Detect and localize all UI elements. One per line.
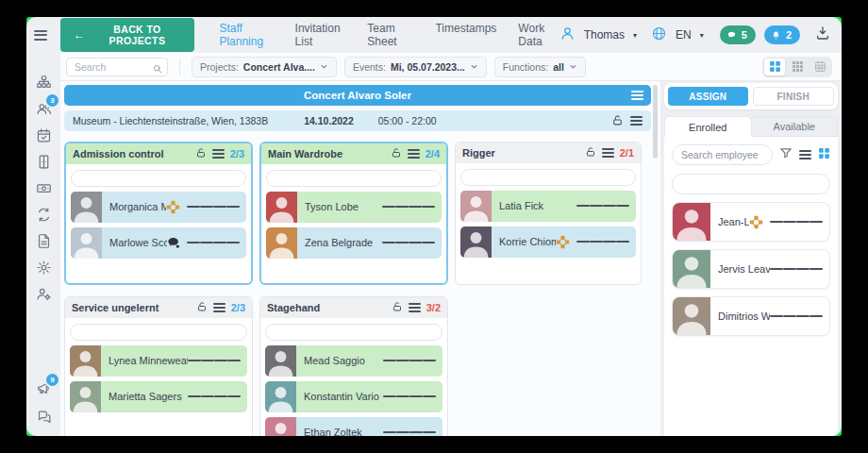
events-dropdown[interactable]: Events: Mi, 05.07.2023... <box>344 57 487 77</box>
user-caret-icon[interactable]: ▾ <box>633 31 637 40</box>
project-header-bar[interactable]: Concert Alvaro Soler <box>64 85 651 106</box>
user-name[interactable]: Thomas <box>584 28 625 42</box>
add-member-input[interactable] <box>70 324 247 341</box>
function-menu-icon[interactable] <box>602 146 614 159</box>
function-menu-icon[interactable] <box>408 147 420 160</box>
row-menu-icon[interactable] <box>188 359 241 363</box>
add-member-input[interactable] <box>266 170 442 187</box>
unlock-icon[interactable] <box>391 145 402 162</box>
download-icon[interactable] <box>815 25 830 44</box>
announcements-count-badge: 9 <box>46 374 58 386</box>
member-row[interactable]: Ethan Zoltek <box>265 417 442 437</box>
unlock-icon[interactable] <box>585 144 596 161</box>
sync-icon[interactable] <box>35 206 52 223</box>
employee-card[interactable]: Jean-Lou Brey <box>672 202 830 242</box>
back-to-projects-button[interactable]: ← BACK TO PROJECTS <box>60 18 194 52</box>
venue-icon[interactable] <box>35 153 52 170</box>
user-settings-icon[interactable] <box>35 285 52 302</box>
finish-button[interactable]: FINISH <box>753 87 835 106</box>
add-member-input[interactable] <box>71 170 246 187</box>
function-card-header[interactable]: Main Wardrobe 2/4 <box>261 143 446 164</box>
chats-icon[interactable] <box>35 408 52 425</box>
projects-dropdown[interactable]: Projects: Concert Alva.... <box>192 57 337 77</box>
messages-badge[interactable]: 5 <box>720 25 756 44</box>
event-menu-icon[interactable] <box>630 114 643 127</box>
member-row[interactable]: Zena Belgrade <box>266 227 442 259</box>
avatar <box>673 250 710 288</box>
function-card-header[interactable]: Admission control 2/3 <box>66 143 251 164</box>
language-value[interactable]: EN <box>676 28 692 42</box>
project-title: Concert Alvaro Soler <box>304 90 411 101</box>
grid-view-icon[interactable] <box>764 59 785 76</box>
avatar <box>266 192 297 223</box>
chevron-down-icon <box>569 62 577 71</box>
functions-dropdown[interactable]: Functions: all <box>494 57 586 77</box>
member-row[interactable]: Mead Saggio <box>265 345 442 377</box>
lock-icon[interactable] <box>611 114 624 128</box>
row-menu-icon[interactable] <box>187 205 240 210</box>
unlock-icon[interactable] <box>195 145 207 162</box>
member-row[interactable]: Morganica Mcclosky <box>71 192 246 223</box>
avatar <box>673 297 710 335</box>
settings-gear-icon[interactable] <box>35 259 52 276</box>
language-caret-icon[interactable]: ▾ <box>700 31 704 40</box>
employee-card[interactable]: Jervis Leaver <box>672 249 830 289</box>
add-member-input[interactable] <box>265 324 442 341</box>
filter-funnel-icon[interactable] <box>779 146 793 163</box>
function-card-header[interactable]: Stagehand 3/2 <box>260 297 447 318</box>
row-menu-icon[interactable] <box>770 220 823 225</box>
employee-search-input[interactable] <box>672 144 773 165</box>
list-view-icon[interactable] <box>799 148 811 161</box>
row-menu-icon[interactable] <box>383 430 436 435</box>
row-menu-icon[interactable] <box>188 394 241 399</box>
row-menu-icon[interactable] <box>187 241 240 245</box>
member-row[interactable]: Lynea Minneweather <box>70 345 247 377</box>
row-menu-icon[interactable] <box>382 241 435 245</box>
member-name: Dimitrios Weidemann <box>710 310 770 322</box>
function-card-header[interactable]: Service ungelernt 2/3 <box>65 297 252 318</box>
avatar <box>71 227 102 259</box>
member-row[interactable]: Konstantin Vario <box>265 381 442 412</box>
announcements-icon[interactable]: 9 <box>35 379 52 396</box>
tab-enrolled[interactable]: Enrolled <box>664 116 752 137</box>
drop-slot[interactable] <box>672 174 830 194</box>
function-card-header[interactable]: Rigger 2/1 <box>456 143 641 163</box>
row-menu-icon[interactable] <box>576 240 629 244</box>
function-menu-icon[interactable] <box>213 301 225 314</box>
member-row[interactable]: Latia Fick <box>460 191 636 222</box>
function-menu-icon[interactable] <box>212 147 225 160</box>
function-menu-icon[interactable] <box>409 301 421 314</box>
unlock-icon[interactable] <box>392 299 403 316</box>
tab-available[interactable]: Available <box>752 116 839 137</box>
team-icon <box>556 235 570 249</box>
menu-icon[interactable] <box>34 27 47 42</box>
org-chart-icon[interactable] <box>35 74 52 91</box>
row-menu-icon[interactable] <box>383 394 436 399</box>
add-member-input[interactable] <box>460 169 636 186</box>
event-bar[interactable]: Museum - Liechtensteinstraße, Wien, 1383… <box>64 110 651 131</box>
project-menu-icon[interactable] <box>631 89 643 102</box>
grid-view-blue-icon[interactable] <box>818 146 830 163</box>
assign-button[interactable]: ASSIGN <box>668 87 748 106</box>
calendar-check-icon[interactable] <box>35 126 52 143</box>
row-menu-icon[interactable] <box>770 314 823 319</box>
row-menu-icon[interactable] <box>383 359 436 363</box>
small-grid-view-icon[interactable] <box>787 59 808 76</box>
row-menu-icon[interactable] <box>382 205 435 210</box>
employee-list: Jean-Lou BreyJervis LeaverDimitrios Weid… <box>672 202 830 336</box>
unlock-icon[interactable] <box>196 299 208 316</box>
notifications-badge[interactable]: 2 <box>764 25 800 44</box>
member-row[interactable]: Tyson Lobe <box>266 192 442 223</box>
team-members-icon[interactable]: 3 <box>35 100 52 117</box>
scrollbar-thumb[interactable] <box>653 85 658 159</box>
payroll-icon[interactable] <box>35 179 52 196</box>
member-row[interactable]: Marlowe Scoble <box>71 227 246 259</box>
avatar <box>265 345 296 377</box>
row-menu-icon[interactable] <box>770 267 823 272</box>
member-row[interactable]: Marietta Sagers <box>70 381 247 412</box>
employee-card[interactable]: Dimitrios Weidemann <box>672 296 830 336</box>
documents-icon[interactable] <box>35 232 52 249</box>
row-menu-icon[interactable] <box>576 204 629 209</box>
calendar-view-icon[interactable] <box>810 59 830 76</box>
member-row[interactable]: Korrie Chioma <box>460 226 636 258</box>
